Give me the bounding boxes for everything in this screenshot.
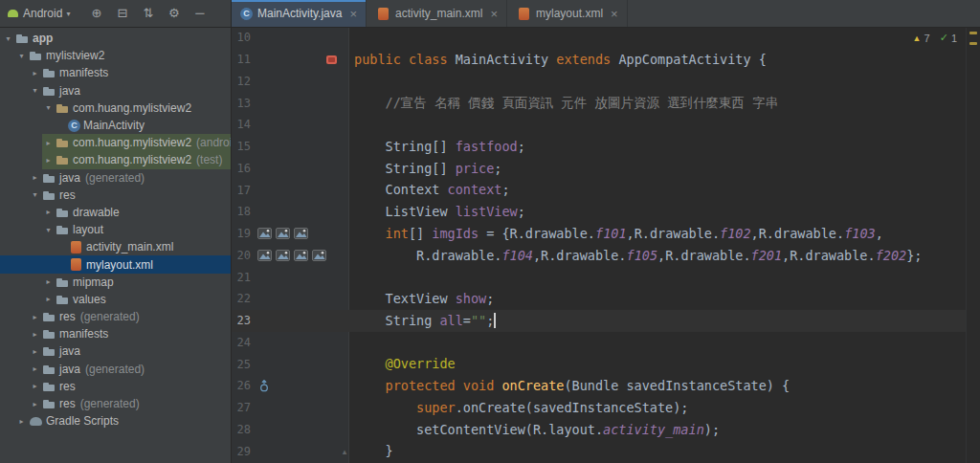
chevron-down-icon[interactable]: ▾ <box>15 52 28 60</box>
code-line-18[interactable]: 18 ListView listView; <box>232 201 967 223</box>
line-number[interactable]: 20 <box>232 249 253 262</box>
chevron-right-icon[interactable]: ▸ <box>15 417 28 426</box>
hide-panel-icon[interactable]: ─ <box>187 0 212 27</box>
line-number[interactable]: 21 <box>232 271 253 284</box>
chevron-down-icon[interactable]: ▾ <box>2 34 14 43</box>
tree-item-java[interactable]: ▸java <box>0 342 231 360</box>
chevron-right-icon[interactable]: ▸ <box>42 208 55 216</box>
tree-item-res[interactable]: ▸res <box>0 378 231 395</box>
chevron-down-icon[interactable]: ▾ <box>42 226 55 234</box>
tree-item-java[interactable]: ▸java(generated) <box>0 169 231 187</box>
line-number[interactable]: 23 <box>232 314 253 327</box>
line-number[interactable]: 10 <box>232 31 253 44</box>
sort-icon[interactable]: ⇅ <box>135 0 161 27</box>
override-icon[interactable] <box>256 379 272 392</box>
line-number[interactable]: 25 <box>232 358 253 371</box>
chevron-right-icon[interactable]: ▸ <box>29 313 41 321</box>
line-number[interactable]: 19 <box>232 227 253 240</box>
close-tab-icon[interactable]: × <box>349 7 357 21</box>
code-line-22[interactable]: 22 TextView show; <box>232 288 967 310</box>
tree-item-java[interactable]: ▸java(generated) <box>0 361 231 378</box>
line-number[interactable]: 14 <box>232 118 253 131</box>
tree-item-manifests[interactable]: ▸manifests <box>0 325 231 342</box>
image-icon[interactable] <box>256 249 272 262</box>
image-icon[interactable] <box>256 227 272 240</box>
code-line-20[interactable]: 20 R.drawable.f104,R.drawable.f105,R.dra… <box>232 245 967 267</box>
chevron-down-icon[interactable]: ▾ <box>29 190 41 199</box>
project-view-selector[interactable]: Android <box>23 7 62 20</box>
line-number[interactable]: 15 <box>232 140 253 153</box>
locate-file-icon[interactable]: ⊕ <box>83 0 109 27</box>
tree-item-res[interactable]: ▸res(generated) <box>0 395 231 412</box>
code-line-17[interactable]: 17 Context context; <box>232 179 967 201</box>
code-line-27[interactable]: 27 super.onCreate(savedInstanceState); <box>232 397 967 419</box>
tree-item-mipmap[interactable]: ▸mipmap <box>0 274 231 291</box>
tree-item-layout[interactable]: ▾layout <box>0 221 231 238</box>
code-line-15[interactable]: 15 String[] fastfood; <box>232 136 967 158</box>
chevron-right-icon[interactable]: ▸ <box>42 295 55 303</box>
image-icon[interactable] <box>275 227 290 240</box>
code-line-16[interactable]: 16 String[] price; <box>232 158 967 180</box>
related-activity-icon[interactable] <box>323 53 339 66</box>
tree-item-res[interactable]: ▾res <box>0 187 231 204</box>
tree-item-mainactivity[interactable]: CMainActivity <box>0 117 231 134</box>
code-line-24[interactable]: 24 <box>232 332 967 354</box>
chevron-right-icon[interactable]: ▸ <box>42 156 55 165</box>
code-line-25[interactable]: 25 @Override <box>232 353 967 375</box>
settings-gear-icon[interactable]: ⚙ <box>161 0 187 27</box>
line-number[interactable]: 28 <box>232 423 253 436</box>
collapse-all-icon[interactable]: ⊟ <box>109 0 135 27</box>
close-tab-icon[interactable]: × <box>490 7 498 21</box>
code-line-21[interactable]: 21 <box>232 266 967 288</box>
tab-mylayout-xml[interactable]: mylayout.xml× <box>507 0 628 27</box>
inspections-widget[interactable]: ▲ 7 ✓ 1 <box>913 32 957 44</box>
chevron-down-icon[interactable]: ▾ <box>42 103 55 112</box>
code-line-10[interactable]: 10 <box>232 27 967 49</box>
line-number[interactable]: 17 <box>232 184 253 197</box>
tree-item-mylayout-xml[interactable]: mylayout.xml <box>0 255 231 273</box>
code-line-14[interactable]: 14 <box>232 114 967 136</box>
line-number[interactable]: 18 <box>232 205 253 218</box>
image-icon[interactable] <box>275 249 290 262</box>
tree-item-java[interactable]: ▾java <box>0 82 231 99</box>
chevron-right-icon[interactable]: ▸ <box>29 330 41 339</box>
tree-item-com-huang-mylistview2[interactable]: ▾com.huang.mylistview2 <box>0 99 231 117</box>
code-line-19[interactable]: 19 int[] imgIds = {R.drawable.f101,R.dra… <box>232 223 967 245</box>
code-line-23[interactable]: 23 String all=""; <box>232 310 967 332</box>
tree-item-values[interactable]: ▸values <box>0 291 231 308</box>
fold-marker-icon[interactable]: ▴ <box>339 447 350 456</box>
close-tab-icon[interactable]: × <box>611 7 618 21</box>
code-line-28[interactable]: 28 setContentView(R.layout.activity_main… <box>232 419 967 441</box>
image-icon[interactable] <box>311 249 326 262</box>
line-number[interactable]: 12 <box>232 75 253 88</box>
line-number[interactable]: 27 <box>232 401 253 414</box>
tree-item-com-huang-mylistview2[interactable]: ▸com.huang.mylistview2(test) <box>42 151 231 168</box>
line-number[interactable]: 26 <box>232 379 253 392</box>
line-number[interactable]: 29 <box>232 445 253 458</box>
image-icon[interactable] <box>293 249 308 262</box>
code-line-29[interactable]: 29▴ } <box>232 440 967 462</box>
chevron-right-icon[interactable]: ▸ <box>29 364 41 373</box>
line-number[interactable]: 16 <box>232 162 253 175</box>
chevron-right-icon[interactable]: ▸ <box>29 382 41 390</box>
tree-item-com-huang-mylistview2[interactable]: ▸com.huang.mylistview2(androidTest) <box>42 134 231 151</box>
tab-activity-main-xml[interactable]: activity_main.xml× <box>367 0 507 27</box>
chevron-right-icon[interactable]: ▸ <box>42 277 55 286</box>
tree-item-manifests[interactable]: ▸manifests <box>0 64 231 81</box>
line-number[interactable]: 13 <box>232 97 253 110</box>
line-number[interactable]: 11 <box>232 53 253 66</box>
tree-item-app[interactable]: ▾app <box>0 30 231 47</box>
code-line-12[interactable]: 12 <box>232 71 967 93</box>
chevron-down-icon[interactable]: ▾ <box>29 86 41 95</box>
error-stripe-scrollbar[interactable] <box>966 27 980 463</box>
tree-item-activity-main-xml[interactable]: activity_main.xml <box>0 238 231 255</box>
chevron-right-icon[interactable]: ▸ <box>29 347 41 356</box>
tree-item-gradle-scripts[interactable]: ▸Gradle Scripts <box>0 412 231 430</box>
line-number[interactable]: 22 <box>232 292 253 305</box>
tree-item-res[interactable]: ▸res(generated) <box>0 308 231 325</box>
tree-item-mylistview2[interactable]: ▾mylistview2 <box>0 47 231 64</box>
tab-mainactivity-java[interactable]: CMainActivity.java× <box>232 0 367 27</box>
chevron-right-icon[interactable]: ▸ <box>29 173 41 182</box>
code-line-26[interactable]: 26 protected void onCreate(Bundle savedI… <box>232 375 967 397</box>
line-number[interactable]: 24 <box>232 336 253 349</box>
